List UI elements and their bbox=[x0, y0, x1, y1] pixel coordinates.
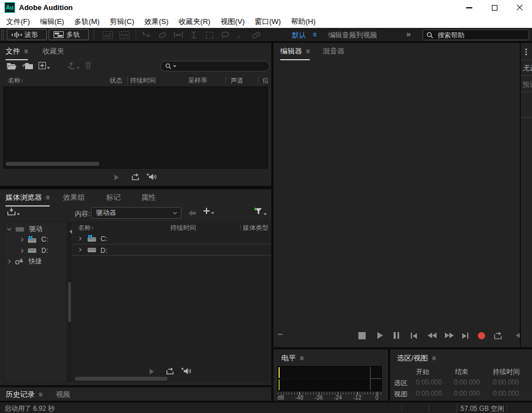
new-file-button[interactable] bbox=[39, 62, 50, 69]
add-shortcut-button[interactable] bbox=[203, 208, 214, 214]
menu-window[interactable]: 窗口(W) bbox=[250, 16, 286, 28]
tree-item-shortcuts[interactable]: 快捷 bbox=[7, 257, 42, 266]
filter-button[interactable] bbox=[254, 208, 267, 215]
editor-resize-handle[interactable] bbox=[278, 334, 282, 335]
preview-autoplay-button[interactable] bbox=[147, 173, 157, 183]
menu-file[interactable]: 文件(F) bbox=[1, 16, 35, 28]
import-media-button[interactable] bbox=[7, 208, 20, 215]
menu-multitrack[interactable]: 多轨(M) bbox=[69, 16, 105, 28]
stop-button[interactable] bbox=[358, 332, 366, 339]
tree-item-drives[interactable]: 驱动 bbox=[8, 224, 42, 234]
panel-menu-icon[interactable]: ≡ bbox=[306, 48, 310, 55]
tab-files[interactable]: 文件 ≡ bbox=[6, 46, 28, 60]
tree-item-d-drive[interactable]: D: bbox=[20, 247, 48, 254]
tab-favorites[interactable]: 收藏夹 bbox=[42, 46, 64, 56]
multitrack-view-button[interactable]: 多轨 bbox=[49, 29, 89, 40]
import-file-button[interactable] bbox=[22, 62, 33, 72]
col-duration[interactable]: 持续时间 bbox=[170, 224, 196, 232]
files-search-box[interactable] bbox=[160, 61, 270, 71]
panel-menu-icon[interactable]: ≡ bbox=[432, 355, 436, 362]
maximize-button[interactable] bbox=[482, 0, 507, 16]
col-name[interactable]: 名称↑ bbox=[8, 76, 23, 85]
pause-button[interactable] bbox=[394, 332, 399, 339]
level-meter[interactable] bbox=[277, 366, 382, 391]
record-button[interactable] bbox=[478, 332, 485, 339]
chevron-right-icon[interactable] bbox=[20, 237, 23, 241]
tab-history[interactable]: 历史记录 ≡ bbox=[6, 390, 42, 401]
col-channels[interactable]: 声道 bbox=[231, 76, 243, 85]
col-state[interactable]: 状态 bbox=[109, 76, 122, 85]
waveform-view-button[interactable]: 波形 bbox=[7, 29, 47, 40]
play-button[interactable] bbox=[377, 332, 383, 339]
chevron-right-icon[interactable] bbox=[78, 248, 82, 252]
media-row-d[interactable]: D: bbox=[73, 244, 271, 256]
panel-menu-dots-icon[interactable] bbox=[525, 49, 527, 55]
tab-video[interactable]: 视频 bbox=[56, 390, 70, 400]
col-bits[interactable]: 位 bbox=[262, 76, 269, 85]
view-duration-value[interactable]: 0:00.000 bbox=[493, 390, 519, 397]
help-search-input[interactable] bbox=[437, 31, 525, 40]
panel-menu-icon[interactable]: ≡ bbox=[46, 194, 50, 201]
media-tree-scroll-track[interactable] bbox=[68, 222, 71, 382]
chevron-right-icon[interactable] bbox=[7, 260, 11, 263]
workspace-edit-audio-to-video-button[interactable]: 编辑音频到视频 bbox=[328, 31, 377, 40]
col-media-type[interactable]: 媒体类型 bbox=[243, 224, 269, 232]
tab-media-browser[interactable]: 媒体浏览器 ≡ bbox=[6, 193, 50, 206]
panel-menu-icon[interactable]: ≡ bbox=[24, 48, 28, 55]
view-end-value[interactable]: 0:00.000 bbox=[454, 390, 480, 397]
col-name[interactable]: 名称↑ bbox=[78, 224, 94, 232]
toolbar-drag-handle[interactable] bbox=[1, 29, 4, 41]
chevron-right-icon[interactable] bbox=[20, 248, 23, 252]
tree-item-c-drive[interactable]: C: bbox=[20, 236, 48, 243]
workspace-menu-icon[interactable]: ≡ bbox=[313, 31, 317, 39]
rewind-button[interactable] bbox=[428, 333, 437, 338]
preview-loop-button[interactable] bbox=[131, 173, 140, 183]
tab-editor[interactable]: 编辑器 ≡ bbox=[280, 46, 310, 60]
tab-markers[interactable]: 标记 bbox=[106, 193, 121, 203]
col-sample-rate[interactable]: 采样率 bbox=[188, 76, 208, 85]
media-row-c[interactable]: C: bbox=[73, 233, 271, 244]
drives-dropdown[interactable]: 驱动器 bbox=[91, 207, 181, 219]
tab-properties[interactable]: 属性 bbox=[141, 193, 156, 203]
chevron-down-icon[interactable] bbox=[7, 227, 11, 230]
workspace-default-button[interactable]: 默认 bbox=[292, 31, 306, 40]
tab-mixer[interactable]: 混音器 bbox=[323, 46, 344, 56]
chevron-right-icon[interactable] bbox=[78, 237, 82, 241]
menu-clip[interactable]: 剪辑(C) bbox=[104, 16, 139, 28]
menu-view[interactable]: 视图(V) bbox=[215, 16, 250, 28]
menu-effects[interactable]: 效果(S) bbox=[140, 16, 174, 28]
preview-loop-button[interactable] bbox=[166, 367, 174, 377]
panel-menu-icon[interactable]: ≡ bbox=[300, 355, 304, 362]
media-list-hscrollbar[interactable] bbox=[75, 377, 167, 381]
col-start: 开始 bbox=[416, 367, 429, 377]
clipped-transport-icon[interactable] bbox=[516, 333, 520, 338]
minimize-button[interactable] bbox=[457, 0, 482, 16]
selection-end-value[interactable]: 0:00.000 bbox=[454, 378, 480, 386]
view-start-value[interactable]: 0:00.000 bbox=[416, 390, 442, 397]
workspace-overflow-chevron[interactable]: » bbox=[406, 30, 411, 39]
skip-to-start-button[interactable] bbox=[411, 333, 417, 339]
file-list-hscrollbar[interactable] bbox=[6, 162, 99, 166]
tab-levels[interactable]: 电平 ≡ bbox=[281, 353, 304, 363]
file-list[interactable] bbox=[3, 87, 268, 169]
help-search-box[interactable] bbox=[423, 30, 529, 40]
fast-forward-button[interactable] bbox=[445, 333, 454, 338]
panel-menu-icon[interactable]: ≡ bbox=[39, 391, 42, 398]
tab-effects-rack[interactable]: 效果组 bbox=[63, 193, 85, 203]
loop-playback-button[interactable] bbox=[493, 332, 502, 342]
close-button[interactable] bbox=[507, 0, 532, 16]
skip-to-end-button[interactable] bbox=[462, 333, 468, 339]
media-tree-vscrollbar[interactable] bbox=[68, 282, 71, 322]
selection-start-value[interactable]: 0:00.000 bbox=[416, 378, 442, 386]
menu-edit[interactable]: 编辑(E) bbox=[35, 16, 69, 28]
tab-selection-view[interactable]: 选区/视图 ≡ bbox=[397, 353, 436, 363]
menu-help[interactable]: 帮助(H) bbox=[286, 16, 320, 28]
open-file-button[interactable] bbox=[7, 62, 17, 72]
spot-healing-brush-tool-button bbox=[251, 30, 261, 40]
col-duration[interactable]: 持续时间 bbox=[130, 76, 156, 85]
strip-divider bbox=[521, 60, 532, 60]
preview-autoplay-button[interactable] bbox=[181, 367, 191, 377]
splitter-collapse-icon[interactable] bbox=[69, 229, 72, 234]
selection-duration-value[interactable]: 0:00.000 bbox=[493, 378, 519, 386]
menu-favorites[interactable]: 收藏夹(R) bbox=[174, 16, 215, 28]
